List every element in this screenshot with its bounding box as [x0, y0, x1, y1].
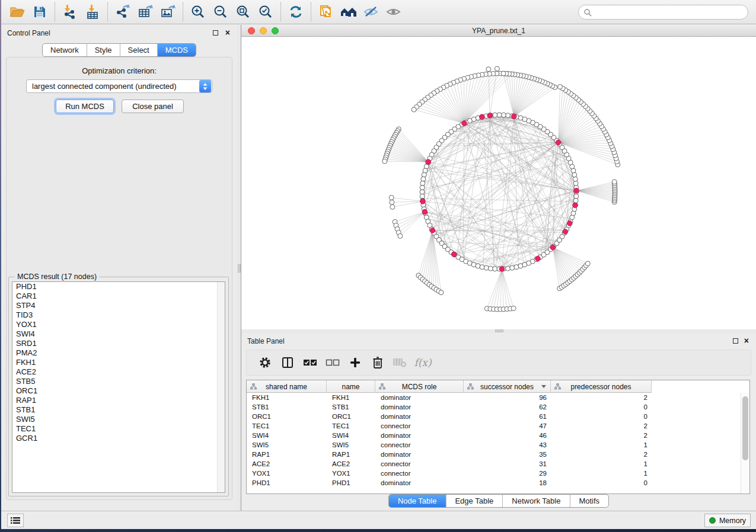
table-row[interactable]: YOX1YOX1connector291 — [247, 469, 652, 478]
table-cell: SWI4 — [247, 431, 327, 440]
table-cell: dominator — [375, 412, 464, 421]
refresh-view-icon[interactable] — [285, 3, 307, 21]
table-cell: 1 — [551, 459, 652, 469]
show-all-icon[interactable] — [382, 3, 405, 21]
task-history-button[interactable] — [7, 514, 24, 527]
network-canvas[interactable] — [241, 37, 756, 329]
open-session-icon[interactable] — [6, 3, 28, 21]
mcds-result-item[interactable]: STP4 — [12, 301, 225, 310]
delete-column-icon[interactable] — [366, 354, 389, 371]
tab-network[interactable]: Network — [43, 44, 87, 56]
tab-motifs[interactable]: Motifs — [569, 495, 608, 507]
export-table-icon[interactable] — [134, 3, 157, 21]
close-panel-button[interactable]: Close panel — [122, 100, 184, 113]
splitter-handle[interactable] — [238, 264, 241, 273]
search-field[interactable] — [578, 5, 748, 20]
table-row[interactable]: TEC1TEC1connector472 — [247, 421, 652, 431]
column-header-successor-nodes[interactable]: successor nodes — [464, 380, 551, 393]
mcds-result-item[interactable]: PMA2 — [12, 348, 225, 358]
zoom-in-icon[interactable] — [187, 3, 209, 21]
vertical-splitter[interactable] — [237, 25, 241, 511]
float-panel-icon[interactable] — [213, 30, 218, 36]
memory-label: Memory — [719, 517, 746, 525]
tab-select[interactable]: Select — [120, 44, 157, 56]
mcds-result-item[interactable]: CAR1 — [12, 291, 225, 301]
float-panel-icon[interactable] — [733, 338, 738, 344]
mcds-result-item[interactable]: SWI5 — [12, 415, 225, 424]
table-row[interactable]: PHD1PHD1dominator180 — [247, 478, 652, 488]
mcds-list-scrollbar[interactable] — [217, 282, 225, 492]
search-input[interactable] — [595, 8, 748, 17]
tab-mcds[interactable]: MCDS — [157, 44, 196, 56]
mcds-result-item[interactable]: FKH1 — [12, 358, 225, 367]
mcds-result-item[interactable]: ORC1 — [12, 386, 225, 396]
mcds-result-item[interactable]: ACE2 — [12, 367, 225, 377]
delete-table-icon[interactable] — [389, 354, 412, 371]
mcds-result-item[interactable]: YOX1 — [12, 320, 225, 329]
mcds-result-item[interactable]: RAP1 — [12, 396, 225, 405]
export-network-icon[interactable] — [111, 3, 134, 21]
mcds-result-item[interactable]: SWI4 — [12, 329, 225, 339]
table-row[interactable]: ORC1ORC1dominator610 — [247, 412, 652, 421]
table-cell: 0 — [551, 412, 652, 421]
hide-selected-icon[interactable] — [360, 3, 382, 21]
criterion-select[interactable]: largest connected component (undirected) — [26, 79, 212, 93]
zoom-out-icon[interactable] — [209, 3, 232, 21]
table-row[interactable]: SWI5SWI5connector431 — [247, 440, 652, 450]
table-row[interactable]: ACE2ACE2connector311 — [247, 459, 652, 469]
table-cell: RAP1 — [327, 450, 375, 459]
select-all-icon[interactable] — [299, 354, 321, 371]
save-session-icon[interactable] — [28, 3, 51, 21]
column-header-predecessor-nodes[interactable]: predecessor nodes — [551, 380, 652, 393]
add-column-icon[interactable] — [344, 354, 366, 371]
settings-gear-icon[interactable] — [254, 354, 276, 371]
mcds-result-item[interactable]: STB5 — [12, 377, 225, 386]
import-table-icon[interactable] — [81, 3, 104, 21]
mcds-result-item[interactable]: GCR1 — [12, 434, 225, 443]
memory-button[interactable]: Memory — [704, 514, 751, 527]
scrollbar-thumb[interactable] — [742, 396, 748, 460]
function-builder-icon[interactable]: f(x) — [412, 354, 434, 371]
table-row[interactable]: SWI4SWI4dominator462 — [247, 431, 652, 440]
table-cell: 29 — [464, 469, 551, 478]
column-header-name[interactable]: name — [327, 380, 375, 393]
table-cell: dominator — [375, 478, 464, 488]
table-cell: 43 — [464, 440, 551, 450]
zoom-selected-icon[interactable] — [254, 3, 277, 21]
toggle-columns-icon[interactable] — [276, 354, 299, 371]
node-table-body: FKH1FKH1dominator962STB1STB1dominator620… — [247, 393, 652, 488]
status-bar: Memory — [1, 511, 756, 529]
close-panel-icon[interactable]: × — [744, 336, 749, 345]
splitter-handle[interactable] — [495, 329, 503, 332]
deselect-all-icon[interactable] — [321, 354, 344, 371]
mcds-result-item[interactable]: STB1 — [12, 405, 225, 415]
node-table: shared namenameMCDS rolesuccessor nodesp… — [246, 380, 750, 494]
mcds-result-item[interactable]: TEC1 — [12, 424, 225, 434]
duplicate-network-icon[interactable] — [315, 3, 337, 21]
import-network-icon[interactable] — [59, 3, 81, 21]
table-cell: 2 — [551, 393, 652, 402]
table-cell: 2 — [551, 450, 652, 459]
zoom-fit-icon[interactable] — [232, 3, 254, 21]
tab-network-table[interactable]: Network Table — [502, 495, 569, 507]
table-scrollbar[interactable] — [741, 393, 749, 493]
tab-edge-table[interactable]: Edge Table — [445, 495, 502, 507]
column-header-shared-name[interactable]: shared name — [247, 380, 327, 393]
mcds-result-item[interactable]: TID3 — [12, 310, 225, 320]
table-row[interactable]: FKH1FKH1dominator962 — [247, 393, 652, 402]
mcds-result-list[interactable]: PHD1CAR1STP4TID3YOX1SWI4SRD1PMA2FKH1ACE2… — [12, 281, 225, 493]
mcds-result-item[interactable]: SRD1 — [12, 339, 225, 348]
mcds-result-item[interactable]: PHD1 — [12, 282, 225, 291]
column-header-mcds-role[interactable]: MCDS role — [375, 380, 464, 393]
tab-node-table[interactable]: Node Table — [389, 495, 446, 507]
network-titlebar: YPA_prune.txt_1 — [241, 25, 756, 37]
export-image-icon[interactable] — [157, 3, 179, 21]
run-mcds-button[interactable]: Run MCDS — [56, 100, 114, 113]
table-cell: TEC1 — [247, 421, 327, 431]
first-neighbors-icon[interactable] — [337, 3, 360, 21]
close-panel-icon[interactable]: × — [225, 28, 230, 37]
table-row[interactable]: STB1STB1dominator620 — [247, 402, 652, 412]
tab-style[interactable]: Style — [87, 44, 120, 56]
toolbar-separator — [55, 2, 55, 21]
table-row[interactable]: RAP1RAP1dominator352 — [247, 450, 652, 459]
